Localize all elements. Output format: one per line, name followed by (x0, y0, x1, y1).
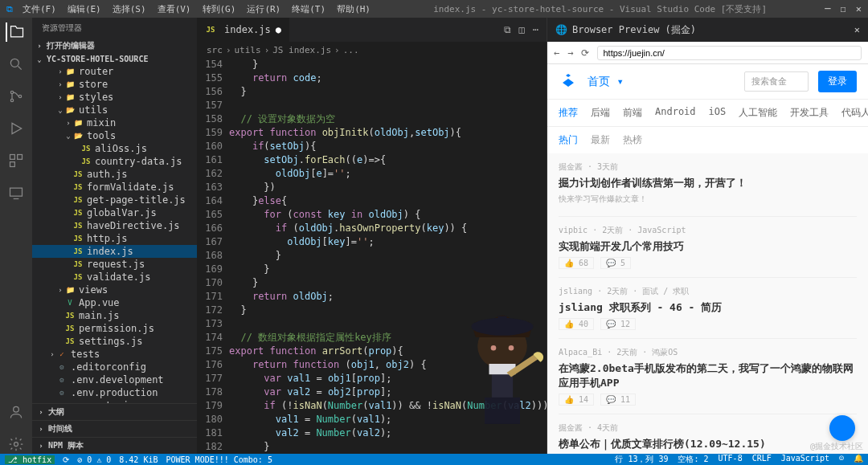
split-icon[interactable]: ◫ (519, 24, 525, 35)
stat-badge[interactable]: 👍 14 (559, 394, 594, 406)
more-icon[interactable]: ⋯ (533, 24, 538, 35)
code-content[interactable]: } return code; } // 设置对象数据为空 export func… (229, 58, 547, 454)
minimize-icon[interactable]: ─ (825, 3, 830, 14)
tree-item[interactable]: JSmain.js (32, 309, 197, 322)
tree-item[interactable]: ⚙.env.production (32, 386, 197, 399)
account-icon[interactable] (6, 402, 26, 422)
card-title[interactable]: 掘力计划创作者训练营第一期，开营了！ (559, 176, 857, 190)
feed-card[interactable]: Alpaca_Bi · 2天前 · 鸿蒙OS在鸿蒙2.0beta手机版发布的第二… (559, 339, 857, 414)
indent-status[interactable]: 空格: 2 (678, 454, 708, 465)
breadcrumb[interactable]: src › utils › JS index.js › ... (197, 42, 547, 58)
card-title[interactable]: 实现前端开发几个常用技巧 (559, 239, 857, 254)
tree-item[interactable]: JSauth.js (32, 168, 197, 181)
nav-item[interactable]: 代码人生 (841, 106, 868, 120)
nav-item[interactable]: Android (655, 106, 696, 120)
notifications-icon[interactable]: 🔔 (854, 454, 863, 465)
sort-tab[interactable]: 最新 (591, 133, 610, 147)
card-title[interactable]: jsliang 求职系列 - 46 - 简历 (559, 300, 857, 315)
settings-icon[interactable] (6, 434, 26, 454)
breadcrumb-item[interactable]: JS index.js (272, 45, 331, 55)
breadcrumb-item[interactable]: src (207, 45, 223, 55)
search-icon[interactable] (6, 55, 26, 74)
tree-item[interactable]: JShttp.js (32, 232, 197, 245)
tree-item[interactable]: JScountry-data.js (32, 155, 197, 168)
menu-item[interactable]: 终端(T) (287, 2, 330, 17)
explorer-icon[interactable] (6, 22, 25, 42)
debug-icon[interactable] (6, 119, 26, 138)
language-status[interactable]: JavaScript (781, 454, 829, 465)
source-control-icon[interactable] (6, 87, 26, 106)
tree-item[interactable]: JSformValidate.js (32, 181, 197, 194)
back-icon[interactable]: ← (554, 47, 559, 59)
menu-item[interactable]: 查看(V) (153, 2, 196, 17)
preview-tab[interactable]: 🌐 Browser Preview (掘金) ✕ (547, 18, 868, 42)
extensions-icon[interactable] (6, 151, 26, 170)
tree-item[interactable]: VApp.vue (32, 296, 197, 309)
encoding-status[interactable]: UTF-8 (719, 454, 743, 465)
remote-indicator[interactable]: ⎇ hotfix (5, 455, 55, 464)
collapsed-section[interactable]: ›大纲 (32, 403, 197, 420)
tree-item[interactable]: ⚙.env.development (32, 373, 197, 386)
open-editors-section[interactable]: ›打开的编辑器 (32, 39, 197, 53)
tree-item[interactable]: JSpermission.js (32, 322, 197, 335)
chat-fab-icon[interactable] (829, 415, 855, 441)
stat-badge[interactable]: 💬 5 (600, 257, 631, 269)
tree-item[interactable]: ›📁views (32, 283, 197, 296)
card-title[interactable]: 在鸿蒙2.0beta手机版发布的第二天，我写了一个鸿蒙的物联网应用手机APP (559, 361, 857, 390)
tree-item[interactable]: JSsettings.js (32, 335, 197, 348)
menu-item[interactable]: 编辑(E) (63, 2, 106, 17)
code-editor[interactable]: 154 155 156 157 158 159 160 161 162 163 … (197, 58, 547, 454)
tab-index-js[interactable]: JS index.js ● (197, 18, 290, 42)
compare-icon[interactable]: ⧉ (504, 24, 511, 35)
problems-status[interactable]: ⊘ 0 ⚠ 0 (77, 455, 111, 464)
close-preview-icon[interactable]: ✕ (854, 24, 860, 35)
url-bar[interactable] (597, 46, 862, 60)
search-box[interactable]: 搜索食金 (744, 71, 809, 92)
tree-item[interactable]: ›✓tests (32, 348, 197, 361)
home-link[interactable]: 首页 ▾ (588, 75, 624, 89)
nav-item[interactable]: 推荐 (559, 106, 578, 120)
menu-item[interactable]: 转到(G) (198, 2, 241, 17)
maximize-icon[interactable]: ☐ (841, 3, 846, 14)
forward-icon[interactable]: → (567, 47, 573, 59)
stat-badge[interactable]: 👍 40 (559, 318, 594, 330)
tree-item[interactable]: JSaliOss.js (32, 142, 197, 155)
tree-item[interactable]: JShaveDirective.js (32, 219, 197, 232)
close-icon[interactable]: ✕ (856, 3, 862, 14)
collapsed-section[interactable]: ›NPM 脚本 (32, 437, 197, 454)
feed-card[interactable]: 掘金酱 · 3天前掘力计划创作者训练营第一期，开营了！快来学习写作爆款文章！ (559, 153, 857, 217)
tree-item[interactable]: JSglobalVar.js (32, 206, 197, 219)
nav-item[interactable]: iOS (709, 106, 727, 120)
breadcrumb-item[interactable]: utils (235, 45, 261, 55)
juejin-logo-icon[interactable] (559, 72, 578, 92)
menu-item[interactable]: 运行(R) (242, 2, 285, 17)
collapsed-section[interactable]: ›时间线 (32, 420, 197, 437)
tree-item[interactable]: JSvalidate.js (32, 271, 197, 283)
nav-item[interactable]: 开发工具 (790, 106, 829, 120)
cursor-position[interactable]: 行 13，列 39 (615, 454, 668, 465)
tree-item[interactable]: JSindex.js (32, 245, 197, 258)
tree-item[interactable]: ⌄📂utils (32, 104, 197, 116)
tree-item[interactable]: ›📁styles (32, 91, 197, 104)
stat-badge[interactable]: 👍 68 (559, 257, 594, 269)
nav-item[interactable]: 前端 (623, 106, 642, 120)
menu-item[interactable]: 选择(S) (108, 2, 151, 17)
sort-tab[interactable]: 热榜 (623, 133, 642, 147)
login-button[interactable]: 登录 (818, 71, 857, 92)
feed-card[interactable]: vipbic · 2天前 · JavaScript实现前端开发几个常用技巧👍 6… (559, 217, 857, 278)
feed-card[interactable]: jsliang · 2天前 · 面试 / 求职jsliang 求职系列 - 46… (559, 278, 857, 339)
tree-item[interactable]: ›📁router (32, 65, 197, 78)
reload-icon[interactable]: ⟳ (581, 47, 589, 59)
nav-item[interactable]: 后端 (591, 106, 610, 120)
tree-item[interactable]: ›📁store (32, 78, 197, 91)
stat-badge[interactable]: 💬 11 (600, 394, 636, 406)
sort-tab[interactable]: 热门 (559, 133, 578, 147)
stat-badge[interactable]: 💬 12 (600, 318, 636, 330)
project-section[interactable]: ⌄YC-STORE-HOTEL-SOURCE (32, 53, 197, 65)
eol-status[interactable]: CRLF (752, 454, 772, 465)
sync-icon[interactable]: ⟳ (63, 455, 69, 464)
feedback-icon[interactable]: ☺ (839, 454, 844, 465)
remote-icon[interactable] (6, 183, 26, 202)
nav-item[interactable]: 人工智能 (739, 106, 777, 120)
menu-item[interactable]: 文件(F) (18, 2, 61, 17)
